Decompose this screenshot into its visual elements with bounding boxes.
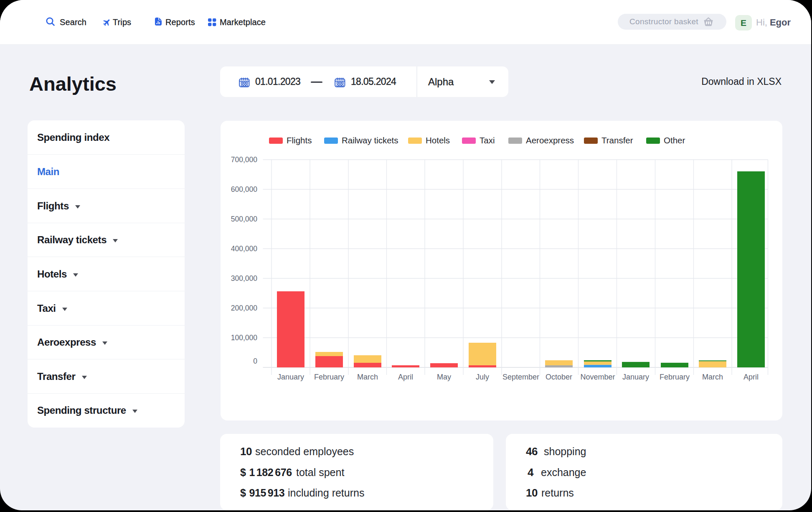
svg-text:March: March xyxy=(357,373,378,381)
svg-text:January: January xyxy=(277,373,304,381)
svg-text:200,000: 200,000 xyxy=(231,304,258,312)
svg-text:November: November xyxy=(580,373,615,381)
svg-text:600,000: 600,000 xyxy=(231,185,258,194)
svg-text:January: January xyxy=(622,373,649,381)
svg-text:September: September xyxy=(502,373,539,381)
svg-text:May: May xyxy=(437,373,451,381)
svg-text:Flights: Flights xyxy=(287,135,312,145)
svg-text:Taxi: Taxi xyxy=(480,135,495,145)
svg-text:400,000: 400,000 xyxy=(231,245,258,253)
svg-text:100,000: 100,000 xyxy=(231,334,258,342)
svg-text:Transfer: Transfer xyxy=(601,135,633,145)
svg-text:Railway tickets: Railway tickets xyxy=(342,135,398,145)
svg-text:Hotels: Hotels xyxy=(426,135,450,145)
svg-text:July: July xyxy=(476,373,489,381)
svg-text:March: March xyxy=(702,373,723,381)
svg-text:0: 0 xyxy=(253,357,257,365)
svg-text:700,000: 700,000 xyxy=(231,155,258,164)
svg-text:300,000: 300,000 xyxy=(231,274,258,283)
svg-text:Aeroexpress: Aeroexpress xyxy=(526,135,574,145)
svg-text:April: April xyxy=(398,373,413,381)
svg-text:February: February xyxy=(660,373,690,381)
svg-text:April: April xyxy=(743,373,759,381)
svg-text:Other: Other xyxy=(664,135,685,145)
svg-text:500,000: 500,000 xyxy=(231,215,258,223)
svg-text:February: February xyxy=(314,373,344,381)
svg-text:October: October xyxy=(546,373,572,381)
